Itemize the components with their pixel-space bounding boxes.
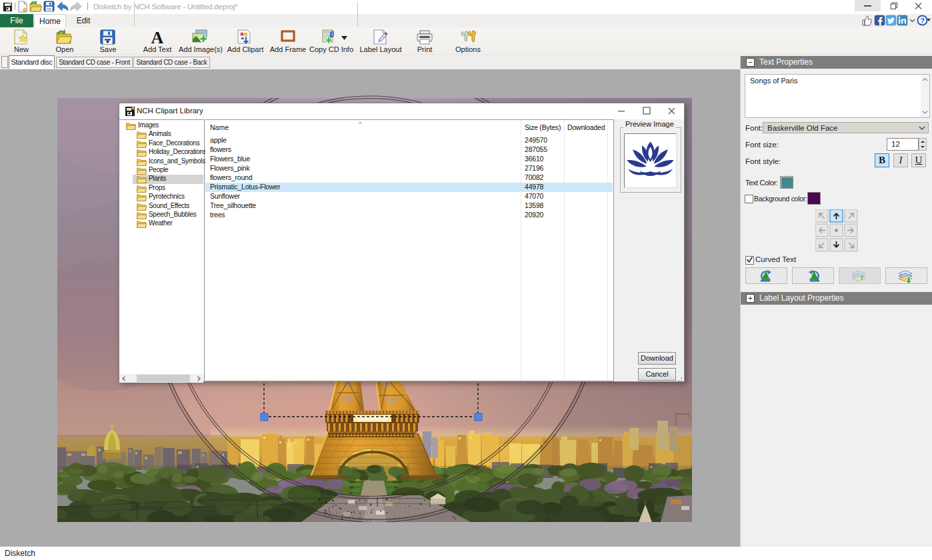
svg-text:A: A [151, 28, 164, 47]
svg-text:?: ? [920, 17, 925, 25]
